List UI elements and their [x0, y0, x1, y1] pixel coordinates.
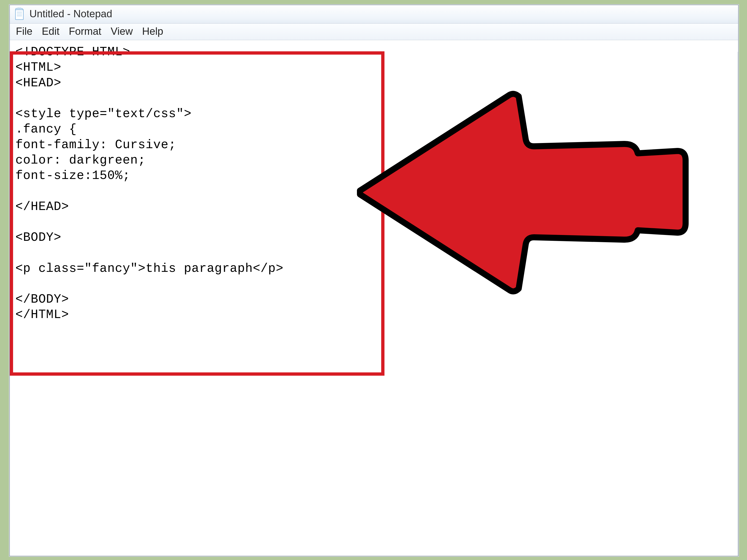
editor-content[interactable]: <!DOCTYPE HTML> <HTML> <HEAD> <style typ…: [16, 44, 732, 323]
menu-bar: File Edit Format View Help: [10, 23, 738, 40]
menu-file[interactable]: File: [16, 25, 32, 37]
title-bar: Untitled - Notepad: [10, 5, 738, 23]
text-editor-area[interactable]: <!DOCTYPE HTML> <HTML> <HEAD> <style typ…: [10, 40, 738, 556]
menu-view[interactable]: View: [111, 25, 133, 37]
menu-format[interactable]: Format: [69, 25, 101, 37]
menu-help[interactable]: Help: [142, 25, 163, 37]
window-title: Untitled - Notepad: [29, 8, 112, 20]
svg-rect-0: [16, 10, 23, 20]
notepad-window: Untitled - Notepad File Edit Format View…: [9, 5, 739, 556]
notepad-icon: [15, 7, 25, 20]
menu-edit[interactable]: Edit: [42, 25, 59, 37]
